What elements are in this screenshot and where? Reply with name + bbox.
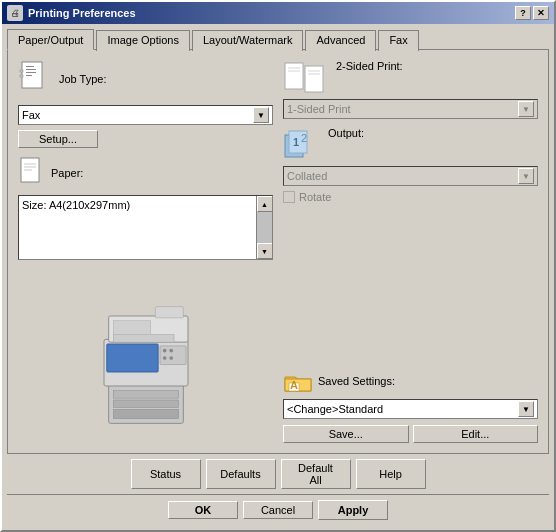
saved-settings-value: <Change>Standard <box>287 403 383 415</box>
svg-point-22 <box>169 356 173 360</box>
panel-body: Job Type: Fax ▼ Setup... <box>18 60 538 443</box>
scroll-down-button[interactable]: ▼ <box>257 243 273 259</box>
two-sided-icon <box>283 60 331 96</box>
svg-rect-12 <box>113 391 178 398</box>
two-sided-section: 2-Sided Print: 1-Sided Print ▼ <box>283 60 538 119</box>
two-sided-value: 1-Sided Print <box>287 103 351 115</box>
help-button[interactable]: ? <box>515 6 531 20</box>
status-button[interactable]: Status <box>131 459 201 489</box>
defaults-button[interactable]: Defaults <box>206 459 276 489</box>
cancel-button[interactable]: Cancel <box>243 501 313 519</box>
job-type-dropdown[interactable]: Fax ▼ <box>18 105 273 125</box>
window-icon: 🖨 <box>7 5 23 21</box>
job-type-value: Fax <box>22 109 40 121</box>
svg-rect-18 <box>160 346 186 365</box>
svg-rect-13 <box>113 400 178 407</box>
rotate-checkbox <box>283 191 295 203</box>
paper-scrollbar: ▲ ▼ <box>256 196 272 259</box>
two-sided-label: 2-Sided Print: <box>336 60 403 72</box>
main-window: 🖨 Printing Preferences ? ✕ Paper/Output … <box>0 0 556 532</box>
printer-area <box>18 273 273 443</box>
output-value: Collated <box>287 170 327 182</box>
close-button[interactable]: ✕ <box>533 6 549 20</box>
svg-text:2: 2 <box>301 132 307 144</box>
output-icon: 1 2 <box>283 127 323 163</box>
content-area: Paper/Output Image Options Layout/Waterm… <box>2 24 554 530</box>
rotate-label: Rotate <box>299 191 331 203</box>
output-dropdown: Collated ▼ <box>283 166 538 186</box>
titlebar: 🖨 Printing Preferences ? ✕ <box>2 2 554 24</box>
setup-button[interactable]: Setup... <box>18 130 98 148</box>
folder-icon: A <box>283 369 313 395</box>
save-button[interactable]: Save... <box>283 425 409 443</box>
default-all-button[interactable]: Default All <box>281 459 351 489</box>
paper-list-content: Size: A4(210x297mm) <box>19 196 256 259</box>
job-type-section: Job Type: Fax ▼ Setup... <box>18 60 273 148</box>
tab-layout-watermark[interactable]: Layout/Watermark <box>192 30 303 51</box>
two-sided-dropdown: 1-Sided Print ▼ <box>283 99 538 119</box>
output-label: Output: <box>328 127 364 139</box>
svg-rect-26 <box>285 63 303 89</box>
bottom-area: Status Defaults Default All Help OK Canc… <box>7 454 549 525</box>
scroll-track <box>257 212 272 243</box>
svg-text:A: A <box>290 379 298 391</box>
window-title: Printing Preferences <box>28 7 136 19</box>
tab-bar: Paper/Output Image Options Layout/Waterm… <box>7 29 549 50</box>
output-section: 1 2 Output: Collated ▼ Rotate <box>283 127 538 203</box>
panel-left: Job Type: Fax ▼ Setup... <box>18 60 273 443</box>
svg-rect-6 <box>20 75 23 77</box>
ok-button[interactable]: OK <box>168 501 238 519</box>
svg-rect-4 <box>26 75 32 76</box>
svg-rect-14 <box>113 409 178 418</box>
svg-text:1: 1 <box>293 136 299 148</box>
paper-icon <box>18 156 46 192</box>
paper-size-item[interactable]: Size: A4(210x297mm) <box>22 199 253 211</box>
svg-rect-23 <box>113 335 174 342</box>
job-type-label: Job Type: <box>59 73 107 85</box>
output-dropdown-arrow: ▼ <box>518 168 534 184</box>
tab-panel-paper-output: Job Type: Fax ▼ Setup... <box>7 49 549 454</box>
two-sided-header: 2-Sided Print: <box>283 60 538 96</box>
help-button-bottom[interactable]: Help <box>356 459 426 489</box>
saved-buttons: Save... Edit... <box>283 425 538 443</box>
edit-button[interactable]: Edit... <box>413 425 539 443</box>
saved-settings-label: Saved Settings: <box>318 375 395 387</box>
tab-advanced[interactable]: Advanced <box>305 30 376 51</box>
svg-rect-29 <box>305 66 323 92</box>
tab-paper-output[interactable]: Paper/Output <box>7 29 94 50</box>
printer-image <box>86 288 206 428</box>
output-header: 1 2 Output: <box>283 127 538 163</box>
svg-rect-17 <box>106 344 157 372</box>
ok-cancel-bar: OK Cancel Apply <box>7 494 549 525</box>
paper-list[interactable]: Size: A4(210x297mm) ▲ ▼ <box>18 195 273 260</box>
svg-point-19 <box>162 349 166 353</box>
apply-button[interactable]: Apply <box>318 500 388 520</box>
tab-image-options[interactable]: Image Options <box>96 30 190 51</box>
two-sided-dropdown-arrow: ▼ <box>518 101 534 117</box>
titlebar-left: 🖨 Printing Preferences <box>7 5 136 21</box>
saved-settings-row: A Saved Settings: <box>283 369 538 395</box>
scroll-up-button[interactable]: ▲ <box>257 196 273 212</box>
tab-fax[interactable]: Fax <box>378 30 418 51</box>
job-type-header: Job Type: <box>18 60 273 100</box>
status-bar: Status Defaults Default All Help <box>7 454 549 494</box>
saved-settings-dropdown-arrow: ▼ <box>518 401 534 417</box>
paper-label: Paper: <box>51 167 83 179</box>
svg-point-21 <box>162 356 166 360</box>
job-type-dropdown-arrow: ▼ <box>253 107 269 123</box>
svg-rect-2 <box>26 69 36 70</box>
svg-rect-3 <box>26 72 36 73</box>
titlebar-buttons: ? ✕ <box>515 6 549 20</box>
job-type-icon <box>18 60 54 100</box>
svg-rect-24 <box>113 321 150 335</box>
panel-right: 2-Sided Print: 1-Sided Print ▼ <box>283 60 538 443</box>
svg-point-20 <box>169 349 173 353</box>
rotate-row: Rotate <box>283 191 538 203</box>
svg-rect-25 <box>155 307 183 318</box>
saved-settings-dropdown[interactable]: <Change>Standard ▼ <box>283 399 538 419</box>
svg-rect-1 <box>26 66 34 67</box>
paper-section: Paper: Size: A4(210x297mm) ▲ ▼ <box>18 156 273 260</box>
saved-settings-section: A Saved Settings: <Change>Standard ▼ Sav… <box>283 369 538 443</box>
svg-rect-5 <box>20 70 23 72</box>
